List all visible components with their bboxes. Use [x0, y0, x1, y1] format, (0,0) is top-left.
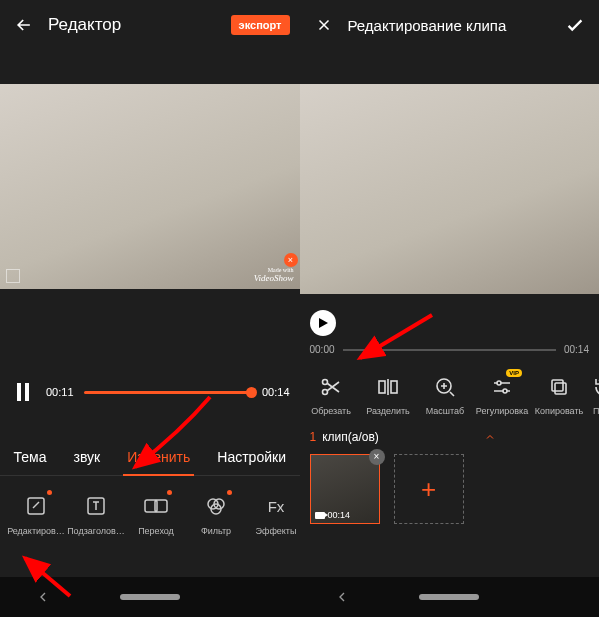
add-clip-button[interactable]: +: [394, 454, 464, 524]
video-preview-left[interactable]: × Made with VideoShow: [0, 84, 300, 289]
nav-back-icon[interactable]: [35, 589, 51, 605]
android-navbar-right: [300, 577, 600, 617]
svg-point-14: [503, 389, 507, 393]
duration-right: 00:14: [564, 344, 589, 355]
clip-duration: 00:14: [315, 510, 351, 520]
clip-thumbnail[interactable]: × 00:14: [310, 454, 380, 524]
tab-edit[interactable]: Изменить: [123, 439, 194, 475]
edit-icon: [22, 492, 50, 520]
fullscreen-icon[interactable]: [6, 269, 20, 283]
nav-back-icon[interactable]: [334, 589, 350, 605]
time-row-right: 00:00 00:14: [300, 344, 600, 355]
svg-rect-11: [391, 381, 397, 393]
clip-edit-pane: Редактирование клипа 00:00 00:14 Обрезат…: [300, 0, 600, 617]
svg-point-9: [323, 390, 328, 395]
page-title-right: Редактирование клипа: [348, 17, 507, 34]
filter-icon: [202, 492, 230, 520]
svg-rect-10: [379, 381, 385, 393]
tool-row-left: Редактиров… Подзаголов… Переход Фильтр F…: [0, 492, 300, 536]
header-left: Редактор экспорт: [0, 0, 300, 50]
current-time-right: 00:00: [310, 344, 335, 355]
fx-icon: Fx: [262, 492, 290, 520]
tool-subtitle[interactable]: Подзаголов…: [66, 492, 126, 536]
editor-pane: Редактор экспорт × Made with VideoShow 0…: [0, 0, 300, 617]
tool-transition[interactable]: Переход: [126, 492, 186, 536]
duration: 00:14: [262, 386, 290, 398]
tabs: Тема звук Изменить Настройки: [0, 439, 300, 476]
video-preview-right[interactable]: [300, 84, 600, 294]
tool-trim[interactable]: Обрезать: [304, 373, 359, 416]
split-icon: [374, 373, 402, 401]
tool-zoom[interactable]: Масштаб: [418, 373, 473, 416]
tab-theme[interactable]: Тема: [10, 439, 51, 475]
clip-panel: 1 клип(а/ов) × 00:14 +: [300, 430, 600, 524]
tool-rotate[interactable]: Пове: [589, 373, 600, 416]
tab-settings[interactable]: Настройки: [213, 439, 290, 475]
export-button[interactable]: экспорт: [231, 15, 290, 35]
confirm-button[interactable]: [561, 11, 589, 39]
svg-rect-15: [555, 383, 566, 394]
text-icon: [82, 492, 110, 520]
seek-slider-left[interactable]: [84, 391, 252, 394]
clip-count: 1: [310, 430, 317, 444]
android-navbar-left: [0, 577, 300, 617]
tab-sound[interactable]: звук: [69, 439, 104, 475]
tool-row-right: Обрезать Разделить Масштаб VIP Регулиров…: [300, 373, 600, 416]
video-icon: [315, 512, 325, 519]
adjust-icon: VIP: [488, 373, 516, 401]
clip-row: × 00:14 +: [310, 454, 590, 524]
scissors-icon: [317, 373, 345, 401]
collapse-button[interactable]: [481, 431, 499, 443]
play-row-right: [300, 310, 600, 336]
page-title-left: Редактор: [48, 15, 121, 35]
remove-clip-button[interactable]: ×: [369, 449, 385, 465]
tool-filter[interactable]: Фильтр: [186, 492, 246, 536]
copy-icon: [545, 373, 573, 401]
current-time: 00:11: [46, 386, 74, 398]
play-button[interactable]: [310, 310, 336, 336]
tool-copy[interactable]: Копировать: [532, 373, 587, 416]
svg-point-13: [497, 381, 501, 385]
svg-point-8: [323, 380, 328, 385]
pause-button[interactable]: [10, 379, 36, 405]
close-button[interactable]: [310, 11, 338, 39]
clip-unit: клип(а/ов): [322, 430, 379, 444]
back-button[interactable]: [10, 11, 38, 39]
nav-home-pill[interactable]: [120, 594, 180, 600]
zoom-icon: [431, 373, 459, 401]
playback-bar-left: 00:11 00:14: [0, 379, 300, 405]
watermark: Made with VideoShow: [254, 267, 294, 283]
clip-header: 1 клип(а/ов): [310, 430, 590, 444]
svg-rect-16: [552, 380, 563, 391]
tool-effects[interactable]: Fx Эффекты: [246, 492, 306, 536]
nav-home-pill[interactable]: [419, 594, 479, 600]
tool-edit[interactable]: Редактиров…: [6, 492, 66, 536]
remove-watermark-button[interactable]: ×: [284, 253, 298, 267]
rotate-icon: [590, 373, 600, 401]
tool-split[interactable]: Разделить: [361, 373, 416, 416]
tool-adjust[interactable]: VIP Регулировка: [475, 373, 530, 416]
overlap-icon: [142, 492, 170, 520]
seek-slider-right[interactable]: [343, 349, 556, 351]
header-right: Редактирование клипа: [300, 0, 600, 50]
